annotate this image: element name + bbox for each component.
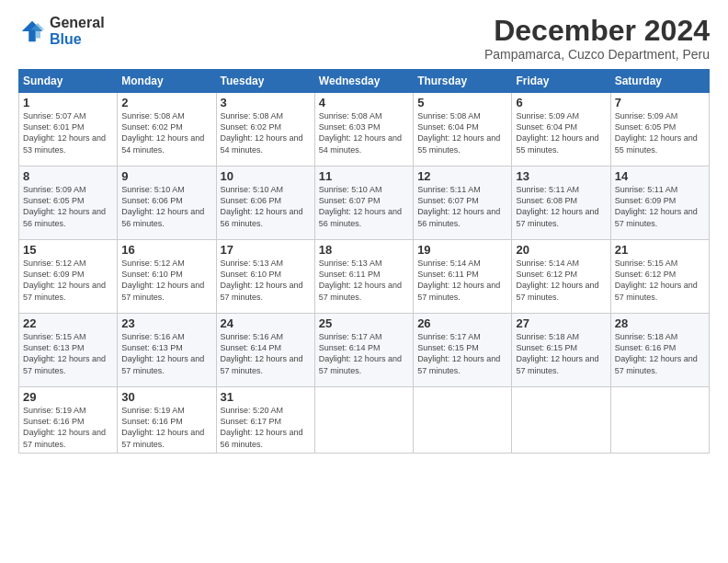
calendar-week-1: 1Sunrise: 5:07 AMSunset: 6:01 PMDaylight… [19,93,710,167]
day-number: 21 [615,243,705,257]
calendar-cell: 16Sunrise: 5:12 AMSunset: 6:10 PMDayligh… [118,240,216,314]
day-info: Sunrise: 5:17 AMSunset: 6:15 PMDaylight:… [417,331,507,376]
calendar-cell: 29Sunrise: 5:19 AMSunset: 6:16 PMDayligh… [19,387,118,454]
day-number: 25 [319,316,409,330]
day-info: Sunrise: 5:07 AMSunset: 6:01 PMDaylight:… [23,110,113,155]
calendar-cell: 9Sunrise: 5:10 AMSunset: 6:06 PMDaylight… [118,167,216,240]
header: General Blue December 2024 Pampamarca, C… [18,15,710,62]
day-number: 31 [221,390,311,404]
calendar-cell: 8Sunrise: 5:09 AMSunset: 6:05 PMDaylight… [19,167,118,240]
calendar-cell: 11Sunrise: 5:10 AMSunset: 6:07 PMDayligh… [314,167,413,240]
weekday-header-wednesday: Wednesday [314,70,413,93]
calendar-cell: 27Sunrise: 5:18 AMSunset: 6:15 PMDayligh… [512,314,610,387]
day-number: 1 [23,96,113,109]
calendar-cell: 17Sunrise: 5:13 AMSunset: 6:10 PMDayligh… [216,240,314,314]
day-info: Sunrise: 5:08 AMSunset: 6:02 PMDaylight:… [221,110,311,155]
calendar-cell: 28Sunrise: 5:18 AMSunset: 6:16 PMDayligh… [610,314,709,387]
day-number: 9 [121,169,211,183]
calendar-header: SundayMondayTuesdayWednesdayThursdayFrid… [19,70,710,93]
day-number: 7 [615,96,705,109]
calendar-cell: 15Sunrise: 5:12 AMSunset: 6:09 PMDayligh… [19,240,118,314]
day-number: 23 [121,316,211,330]
day-number: 4 [319,96,409,109]
day-info: Sunrise: 5:20 AMSunset: 6:17 PMDaylight:… [221,405,311,450]
day-info: Sunrise: 5:10 AMSunset: 6:06 PMDaylight:… [221,184,311,229]
calendar-cell [610,387,709,454]
day-number: 6 [516,96,606,109]
day-info: Sunrise: 5:18 AMSunset: 6:15 PMDaylight:… [516,331,606,376]
day-number: 30 [121,390,211,404]
calendar-week-4: 22Sunrise: 5:15 AMSunset: 6:13 PMDayligh… [19,314,710,387]
logo-general: General [50,15,105,31]
day-info: Sunrise: 5:09 AMSunset: 6:04 PMDaylight:… [516,110,606,155]
day-info: Sunrise: 5:13 AMSunset: 6:10 PMDaylight:… [221,258,311,303]
day-info: Sunrise: 5:19 AMSunset: 6:16 PMDaylight:… [23,405,113,450]
day-number: 27 [516,316,606,330]
logo-blue: Blue [50,31,105,48]
calendar-cell: 25Sunrise: 5:17 AMSunset: 6:14 PMDayligh… [314,314,413,387]
calendar-cell: 31Sunrise: 5:20 AMSunset: 6:17 PMDayligh… [216,387,314,454]
main-title: December 2024 [484,15,710,47]
weekday-header-thursday: Thursday [414,70,512,93]
day-number: 28 [615,316,705,330]
day-number: 16 [121,243,211,257]
day-number: 15 [23,243,113,257]
day-number: 5 [417,96,507,109]
day-info: Sunrise: 5:19 AMSunset: 6:16 PMDaylight:… [121,405,211,450]
day-info: Sunrise: 5:14 AMSunset: 6:12 PMDaylight:… [516,258,606,303]
weekday-header-saturday: Saturday [610,70,709,93]
day-info: Sunrise: 5:16 AMSunset: 6:13 PMDaylight:… [121,331,211,376]
logo-icon [18,17,46,45]
weekday-header-friday: Friday [512,70,610,93]
day-number: 3 [221,96,311,109]
calendar-cell: 21Sunrise: 5:15 AMSunset: 6:12 PMDayligh… [610,240,709,314]
calendar-week-3: 15Sunrise: 5:12 AMSunset: 6:09 PMDayligh… [19,240,710,314]
calendar-cell [512,387,610,454]
calendar-cell: 5Sunrise: 5:08 AMSunset: 6:04 PMDaylight… [414,93,512,167]
day-info: Sunrise: 5:09 AMSunset: 6:05 PMDaylight:… [23,184,113,229]
day-number: 26 [417,316,507,330]
calendar-cell: 7Sunrise: 5:09 AMSunset: 6:05 PMDaylight… [610,93,709,167]
day-info: Sunrise: 5:11 AMSunset: 6:09 PMDaylight:… [615,184,705,229]
day-number: 20 [516,243,606,257]
day-number: 2 [121,96,211,109]
day-number: 29 [23,390,113,404]
day-number: 13 [516,169,606,183]
day-info: Sunrise: 5:10 AMSunset: 6:06 PMDaylight:… [121,184,211,229]
calendar-cell: 4Sunrise: 5:08 AMSunset: 6:03 PMDaylight… [314,93,413,167]
day-number: 22 [23,316,113,330]
logo: General Blue [18,15,105,47]
calendar-cell: 10Sunrise: 5:10 AMSunset: 6:06 PMDayligh… [216,167,314,240]
calendar-table: SundayMondayTuesdayWednesdayThursdayFrid… [18,69,710,454]
calendar-cell: 14Sunrise: 5:11 AMSunset: 6:09 PMDayligh… [610,167,709,240]
calendar-cell: 6Sunrise: 5:09 AMSunset: 6:04 PMDaylight… [512,93,610,167]
day-info: Sunrise: 5:08 AMSunset: 6:02 PMDaylight:… [121,110,211,155]
title-section: December 2024 Pampamarca, Cuzco Departme… [484,15,710,62]
day-info: Sunrise: 5:13 AMSunset: 6:11 PMDaylight:… [319,258,409,303]
calendar-cell: 22Sunrise: 5:15 AMSunset: 6:13 PMDayligh… [19,314,118,387]
calendar-week-2: 8Sunrise: 5:09 AMSunset: 6:05 PMDaylight… [19,167,710,240]
day-info: Sunrise: 5:11 AMSunset: 6:08 PMDaylight:… [516,184,606,229]
weekday-header-tuesday: Tuesday [216,70,314,93]
calendar-cell: 18Sunrise: 5:13 AMSunset: 6:11 PMDayligh… [314,240,413,314]
calendar-cell: 19Sunrise: 5:14 AMSunset: 6:11 PMDayligh… [414,240,512,314]
calendar-cell: 26Sunrise: 5:17 AMSunset: 6:15 PMDayligh… [414,314,512,387]
day-number: 14 [615,169,705,183]
day-info: Sunrise: 5:10 AMSunset: 6:07 PMDaylight:… [319,184,409,229]
day-info: Sunrise: 5:08 AMSunset: 6:03 PMDaylight:… [319,110,409,155]
day-info: Sunrise: 5:15 AMSunset: 6:13 PMDaylight:… [23,331,113,376]
calendar-cell: 2Sunrise: 5:08 AMSunset: 6:02 PMDaylight… [118,93,216,167]
calendar-body: 1Sunrise: 5:07 AMSunset: 6:01 PMDaylight… [19,93,710,454]
calendar-cell [314,387,413,454]
calendar-cell: 13Sunrise: 5:11 AMSunset: 6:08 PMDayligh… [512,167,610,240]
day-info: Sunrise: 5:12 AMSunset: 6:09 PMDaylight:… [23,258,113,303]
calendar-cell: 3Sunrise: 5:08 AMSunset: 6:02 PMDaylight… [216,93,314,167]
day-info: Sunrise: 5:16 AMSunset: 6:14 PMDaylight:… [221,331,311,376]
day-info: Sunrise: 5:17 AMSunset: 6:14 PMDaylight:… [319,331,409,376]
calendar-cell [414,387,512,454]
weekday-header-sunday: Sunday [19,70,118,93]
calendar-cell: 24Sunrise: 5:16 AMSunset: 6:14 PMDayligh… [216,314,314,387]
day-number: 24 [221,316,311,330]
calendar-cell: 1Sunrise: 5:07 AMSunset: 6:01 PMDaylight… [19,93,118,167]
calendar-week-5: 29Sunrise: 5:19 AMSunset: 6:16 PMDayligh… [19,387,710,454]
